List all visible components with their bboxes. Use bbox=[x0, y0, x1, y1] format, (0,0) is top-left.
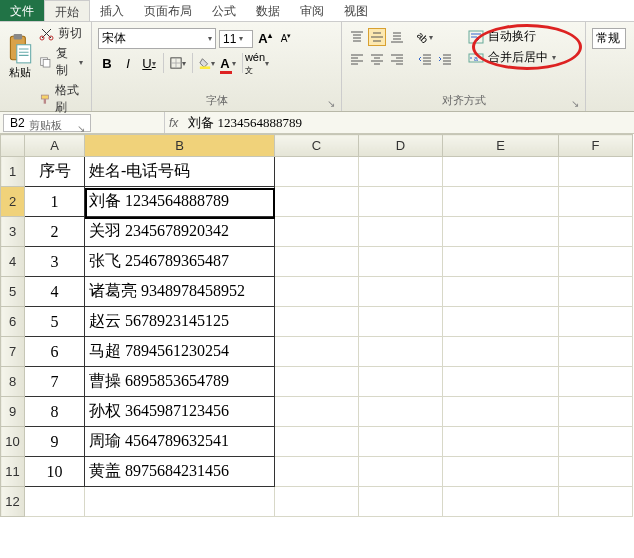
cell[interactable] bbox=[85, 487, 275, 517]
row-header[interactable]: 6 bbox=[1, 307, 25, 337]
merge-center-button[interactable]: a 合并后居中▾ bbox=[464, 49, 560, 66]
align-bottom-button[interactable] bbox=[388, 28, 406, 46]
cell[interactable]: 赵云 5678923145125 bbox=[85, 307, 275, 337]
tab-data[interactable]: 数据 bbox=[246, 0, 290, 21]
orientation-button[interactable]: ab▾ bbox=[416, 28, 434, 46]
cell[interactable]: 关羽 2345678920342 bbox=[85, 217, 275, 247]
select-all-corner[interactable] bbox=[1, 135, 25, 157]
cell[interactable] bbox=[559, 397, 633, 427]
cell[interactable]: 7 bbox=[25, 367, 85, 397]
col-header-B[interactable]: B bbox=[85, 135, 275, 157]
dialog-launcher-icon[interactable]: ↘ bbox=[77, 123, 85, 134]
cell[interactable] bbox=[559, 307, 633, 337]
phonetic-button[interactable]: wén文▾ bbox=[248, 54, 266, 72]
cell[interactable] bbox=[559, 457, 633, 487]
cell[interactable]: 黄盖 8975684231456 bbox=[85, 457, 275, 487]
cell[interactable] bbox=[443, 217, 559, 247]
cell[interactable] bbox=[275, 217, 359, 247]
cell[interactable] bbox=[275, 337, 359, 367]
col-header-A[interactable]: A bbox=[25, 135, 85, 157]
number-format-select[interactable]: 常规 bbox=[592, 28, 626, 49]
tab-review[interactable]: 审阅 bbox=[290, 0, 334, 21]
cell[interactable]: 9 bbox=[25, 427, 85, 457]
align-left-button[interactable] bbox=[348, 50, 366, 68]
cell[interactable] bbox=[275, 427, 359, 457]
cell[interactable] bbox=[443, 427, 559, 457]
col-header-C[interactable]: C bbox=[275, 135, 359, 157]
formula-input[interactable] bbox=[184, 114, 348, 132]
col-header-E[interactable]: E bbox=[443, 135, 559, 157]
row-header[interactable]: 3 bbox=[1, 217, 25, 247]
wrap-text-button[interactable]: 自动换行 bbox=[464, 28, 560, 45]
cell[interactable]: 1 bbox=[25, 187, 85, 217]
cell[interactable] bbox=[359, 487, 443, 517]
fill-color-button[interactable]: ▾ bbox=[198, 54, 216, 72]
cell[interactable] bbox=[359, 157, 443, 187]
align-middle-button[interactable] bbox=[368, 28, 386, 46]
borders-button[interactable]: ▾ bbox=[169, 54, 187, 72]
cell[interactable] bbox=[275, 457, 359, 487]
tab-page-layout[interactable]: 页面布局 bbox=[134, 0, 202, 21]
font-name-select[interactable]: 宋体▾ bbox=[98, 28, 216, 49]
cell[interactable] bbox=[559, 217, 633, 247]
cell[interactable]: 5 bbox=[25, 307, 85, 337]
cell[interactable] bbox=[25, 487, 85, 517]
cell[interactable] bbox=[359, 397, 443, 427]
align-right-button[interactable] bbox=[388, 50, 406, 68]
copy-button[interactable]: 复制▾ bbox=[37, 44, 85, 80]
row-header[interactable]: 11 bbox=[1, 457, 25, 487]
col-header-F[interactable]: F bbox=[559, 135, 633, 157]
bold-button[interactable]: B bbox=[98, 54, 116, 72]
row-header[interactable]: 10 bbox=[1, 427, 25, 457]
cell[interactable]: 6 bbox=[25, 337, 85, 367]
row-header[interactable]: 2 bbox=[1, 187, 25, 217]
paste-button[interactable]: 粘贴 bbox=[6, 24, 33, 88]
row-header[interactable]: 12 bbox=[1, 487, 25, 517]
row-header[interactable]: 5 bbox=[1, 277, 25, 307]
cell[interactable] bbox=[559, 487, 633, 517]
spreadsheet-grid[interactable]: A B C D E F 1 序号 姓名-电话号码 2 1 刘备 12345648… bbox=[0, 134, 634, 517]
font-size-select[interactable]: 11▾ bbox=[219, 30, 253, 48]
grow-font-button[interactable]: A▴ bbox=[256, 30, 274, 48]
tab-file[interactable]: 文件 bbox=[0, 0, 44, 21]
cell[interactable] bbox=[559, 337, 633, 367]
font-color-button[interactable]: A▾ bbox=[219, 54, 237, 72]
cell[interactable] bbox=[359, 367, 443, 397]
cell[interactable]: 2 bbox=[25, 217, 85, 247]
cell[interactable] bbox=[443, 277, 559, 307]
tab-insert[interactable]: 插入 bbox=[90, 0, 134, 21]
cell[interactable] bbox=[443, 337, 559, 367]
cell[interactable] bbox=[275, 157, 359, 187]
cell[interactable]: 诸葛亮 9348978458952 bbox=[85, 277, 275, 307]
align-top-button[interactable] bbox=[348, 28, 366, 46]
cell[interactable] bbox=[443, 457, 559, 487]
row-header[interactable]: 1 bbox=[1, 157, 25, 187]
cell[interactable]: 3 bbox=[25, 247, 85, 277]
cell[interactable]: 周瑜 4564789632541 bbox=[85, 427, 275, 457]
shrink-font-button[interactable]: A▾ bbox=[277, 30, 295, 48]
cell[interactable] bbox=[275, 397, 359, 427]
col-header-D[interactable]: D bbox=[359, 135, 443, 157]
cell[interactable] bbox=[359, 427, 443, 457]
cell[interactable] bbox=[559, 187, 633, 217]
cell[interactable] bbox=[559, 367, 633, 397]
row-header[interactable]: 7 bbox=[1, 337, 25, 367]
cell[interactable] bbox=[359, 187, 443, 217]
cell[interactable] bbox=[275, 187, 359, 217]
cell[interactable] bbox=[275, 487, 359, 517]
cell[interactable] bbox=[359, 277, 443, 307]
cell[interactable] bbox=[275, 277, 359, 307]
cell[interactable] bbox=[443, 397, 559, 427]
cell[interactable] bbox=[359, 307, 443, 337]
cell[interactable] bbox=[359, 337, 443, 367]
cell[interactable]: 孙权 3645987123456 bbox=[85, 397, 275, 427]
cell[interactable] bbox=[559, 247, 633, 277]
tab-formulas[interactable]: 公式 bbox=[202, 0, 246, 21]
align-center-button[interactable] bbox=[368, 50, 386, 68]
cell[interactable] bbox=[443, 187, 559, 217]
tab-view[interactable]: 视图 bbox=[334, 0, 378, 21]
cell[interactable]: 序号 bbox=[25, 157, 85, 187]
cell[interactable] bbox=[443, 487, 559, 517]
cell[interactable] bbox=[443, 157, 559, 187]
cell[interactable] bbox=[275, 307, 359, 337]
